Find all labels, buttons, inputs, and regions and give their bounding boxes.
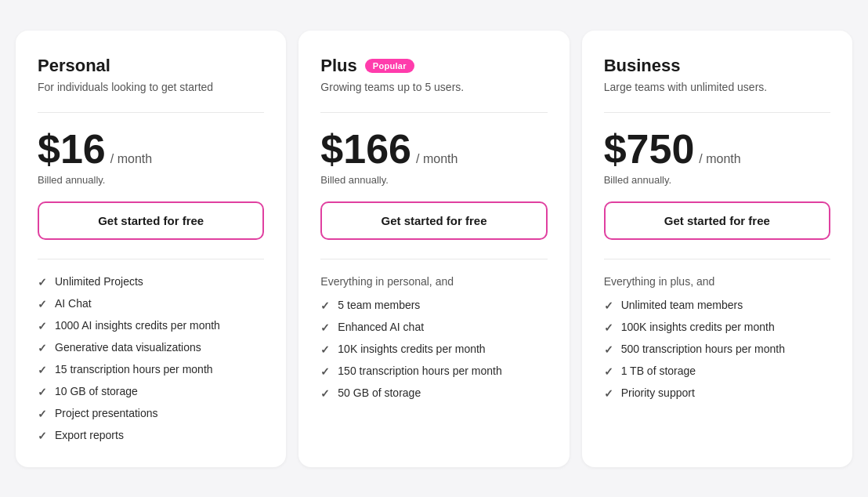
checkmark-icon: ✓: [38, 276, 47, 288]
checkmark-icon: ✓: [320, 299, 330, 312]
feature-text: Project presentations: [55, 407, 158, 419]
divider-mid-plus: [320, 259, 547, 259]
plan-name-plus: Plus: [320, 56, 356, 76]
list-item: ✓Generative data visualizations: [38, 341, 264, 354]
feature-text: 1 TB of storage: [621, 365, 696, 377]
checkmark-icon: ✓: [38, 342, 47, 354]
list-item: ✓Project presentations: [38, 407, 264, 420]
price-amount-business: $750: [604, 129, 695, 169]
billed-text-business: Billed annually.: [604, 174, 830, 186]
checkmark-icon: ✓: [604, 343, 613, 356]
price-row-plus: $166/ month: [320, 129, 547, 169]
popular-badge: Popular: [365, 59, 414, 73]
list-item: ✓150 transcription hours per month: [320, 365, 547, 378]
checkmark-icon: ✓: [38, 320, 47, 332]
plan-name-row-plus: PlusPopular: [320, 56, 547, 76]
divider-mid-business: [604, 259, 830, 259]
feature-list-personal: ✓Unlimited Projects✓AI Chat✓1000 AI insi…: [38, 275, 264, 442]
price-row-business: $750/ month: [604, 129, 830, 169]
list-item: ✓1 TB of storage: [604, 365, 830, 378]
list-item: ✓Export reports: [38, 429, 264, 442]
checkmark-icon: ✓: [604, 321, 613, 334]
pricing-container: PersonalFor individuals looking to get s…: [16, 31, 852, 467]
cta-button-personal[interactable]: Get started for free: [38, 201, 264, 240]
divider-top-business: [604, 112, 830, 113]
price-amount-plus: $166: [320, 129, 411, 169]
billed-text-personal: Billed annually.: [38, 174, 264, 186]
plan-desc-business: Large teams with unlimited users.: [604, 81, 830, 93]
feature-text: 5 team members: [338, 299, 420, 311]
list-item: ✓Priority support: [604, 386, 830, 400]
checkmark-icon: ✓: [38, 430, 47, 442]
feature-text: 50 GB of storage: [338, 386, 421, 399]
features-intro-plus: Everything in personal, and: [320, 275, 547, 288]
checkmark-icon: ✓: [320, 387, 330, 400]
billed-text-plus: Billed annually.: [320, 174, 547, 186]
cta-button-business[interactable]: Get started for free: [604, 201, 830, 240]
feature-text: Priority support: [621, 386, 695, 399]
list-item: ✓50 GB of storage: [320, 386, 547, 400]
plan-name-business: Business: [604, 56, 681, 76]
plan-name-personal: Personal: [38, 56, 110, 76]
feature-text: AI Chat: [55, 297, 92, 310]
price-period-business: / month: [699, 152, 740, 166]
feature-text: 10K insights credits per month: [338, 343, 485, 355]
price-row-personal: $16/ month: [38, 129, 264, 169]
features-intro-business: Everything in plus, and: [604, 275, 830, 288]
feature-text: Enhanced AI chat: [338, 321, 424, 333]
feature-list-plus: ✓5 team members✓Enhanced AI chat✓10K ins…: [320, 299, 547, 400]
plan-desc-plus: Growing teams up to 5 users.: [320, 81, 547, 93]
feature-text: Export reports: [55, 429, 124, 441]
feature-text: 500 transcription hours per month: [621, 343, 785, 355]
checkmark-icon: ✓: [38, 386, 47, 398]
list-item: ✓5 team members: [320, 299, 547, 312]
feature-text: 150 transcription hours per month: [338, 365, 501, 377]
list-item: ✓Unlimited team members: [604, 299, 830, 312]
divider-mid-personal: [38, 259, 264, 259]
feature-text: 100K insights credits per month: [621, 321, 775, 333]
pricing-card-personal: PersonalFor individuals looking to get s…: [16, 31, 286, 467]
price-period-plus: / month: [416, 152, 458, 166]
checkmark-icon: ✓: [604, 387, 613, 400]
feature-text: Unlimited team members: [621, 299, 743, 311]
divider-top-personal: [38, 112, 264, 113]
plan-desc-personal: For individuals looking to get started: [38, 81, 264, 93]
pricing-card-plus: PlusPopularGrowing teams up to 5 users.$…: [298, 31, 569, 467]
card-header-personal: PersonalFor individuals looking to get s…: [38, 56, 264, 93]
feature-text: 10 GB of storage: [55, 385, 138, 397]
feature-text: 1000 AI insights credits per month: [55, 319, 220, 332]
checkmark-icon: ✓: [320, 365, 330, 378]
list-item: ✓15 transcription hours per month: [38, 363, 264, 376]
feature-text: Generative data visualizations: [55, 341, 201, 354]
price-period-personal: / month: [110, 152, 152, 166]
feature-text: Unlimited Projects: [55, 275, 143, 288]
card-header-plus: PlusPopularGrowing teams up to 5 users.: [320, 56, 547, 93]
checkmark-icon: ✓: [38, 364, 47, 376]
checkmark-icon: ✓: [38, 408, 47, 420]
list-item: ✓Unlimited Projects: [38, 275, 264, 288]
plan-name-row-business: Business: [604, 56, 830, 76]
checkmark-icon: ✓: [38, 298, 47, 310]
checkmark-icon: ✓: [604, 299, 613, 312]
checkmark-icon: ✓: [320, 343, 330, 356]
plan-name-row-personal: Personal: [38, 56, 264, 76]
checkmark-icon: ✓: [604, 365, 613, 378]
list-item: ✓100K insights credits per month: [604, 321, 830, 334]
card-header-business: BusinessLarge teams with unlimited users…: [604, 56, 830, 93]
list-item: ✓AI Chat: [38, 297, 264, 310]
checkmark-icon: ✓: [320, 321, 330, 334]
list-item: ✓Enhanced AI chat: [320, 321, 547, 334]
list-item: ✓1000 AI insights credits per month: [38, 319, 264, 332]
list-item: ✓500 transcription hours per month: [604, 343, 830, 356]
pricing-card-business: BusinessLarge teams with unlimited users…: [582, 31, 852, 467]
list-item: ✓10 GB of storage: [38, 385, 264, 398]
list-item: ✓10K insights credits per month: [320, 343, 547, 356]
feature-list-business: ✓Unlimited team members✓100K insights cr…: [604, 299, 830, 400]
price-amount-personal: $16: [38, 129, 106, 169]
cta-button-plus[interactable]: Get started for free: [320, 201, 547, 240]
divider-top-plus: [320, 112, 547, 113]
feature-text: 15 transcription hours per month: [55, 363, 213, 375]
